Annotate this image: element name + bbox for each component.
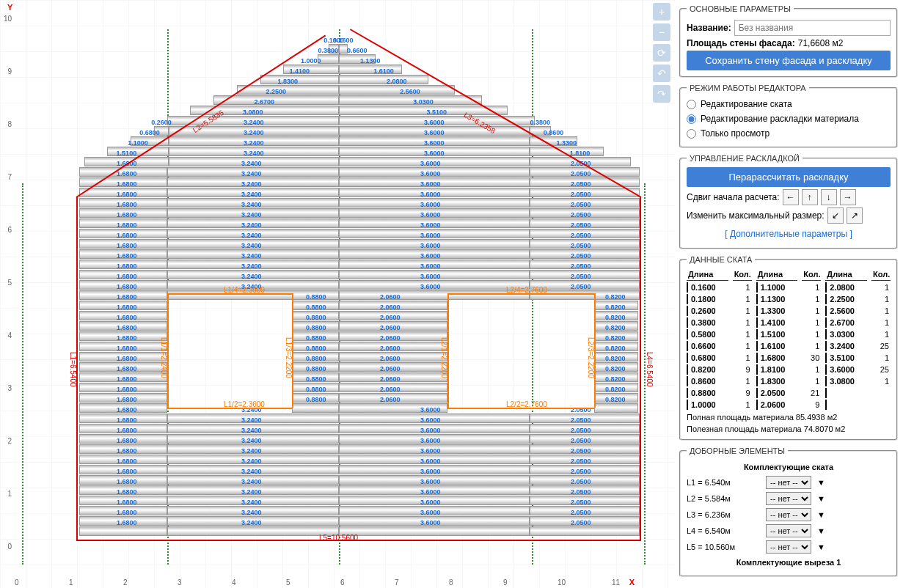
grid-cell: 1.1300 [756,294,798,304]
strip-value: 3.2400 [241,180,262,188]
siding-strip[interactable]: 1.6100 [339,75,428,84]
grid-cell: 25 [871,341,891,351]
shift-up-icon[interactable]: ↑ [802,189,818,205]
size-dec-icon[interactable]: ↙ [827,207,844,224]
grid-cell: 3.2400 [825,341,867,351]
grid-cell: 1 [733,329,752,339]
grid-cell: 0.1600 [687,282,728,293]
acc-dropdown-icon[interactable]: ▼ [817,526,825,535]
grid-cell: 3.5100 [825,353,867,363]
mode-radio[interactable] [687,114,696,124]
zoom-out-icon[interactable]: − [653,23,670,41]
grid-cell: 0.8800 [687,388,728,398]
mode-radio[interactable] [687,129,696,139]
redo-icon[interactable]: ↷ [653,85,670,103]
strip-value: 1.8300 [277,78,298,85]
mode-radio[interactable] [687,100,696,109]
y-tick: 4 [1,331,12,339]
grid-cell: 9 [802,400,821,410]
grid-cell: 0.8600 [687,376,728,386]
siding-strip[interactable]: 1.4100 [260,75,339,84]
acc-select[interactable]: -- нет -- [766,476,811,489]
siding-strip[interactable]: 3.0300 [339,106,508,115]
x-tick: 7 [395,578,399,587]
canvas-area[interactable]: Y X 109876543210 01234567891011 0.18000.… [0,0,675,588]
acc-select[interactable]: -- нет -- [766,524,811,537]
grid-cell: 1 [733,376,752,386]
shift-down-icon[interactable]: ↓ [821,189,837,205]
grid-cell: 1 [802,376,821,386]
grid-cell: 1.3300 [756,306,798,316]
grid-cell: 2.2500 [825,294,867,304]
grid-header: Длина [687,268,728,281]
grid-cell: 0.3800 [687,317,728,328]
y-tick: 0 [1,543,12,551]
acc-length: L3 = 6.236м [687,510,760,519]
strip-value: 1.1300 [360,57,381,65]
acc-sub2: Комплектующие выреза 1 [687,555,891,570]
cut-l13: L1/3=2.2200 [285,337,293,378]
shift-label: Сдвиг начала расчета: [687,192,780,202]
siding-strip[interactable]: 2.0800 [339,85,455,95]
grid-cell: 3.0300 [825,329,867,339]
strip-value: 1.6800 [117,170,137,177]
name-label: Название: [687,23,731,33]
acc-dropdown-icon[interactable]: ▼ [817,494,825,503]
siding-strip[interactable]: 1.8300 [237,85,339,95]
strip-value: 3.6000 [424,150,445,157]
extra-params-link[interactable]: [ Дополнительные параметры ] [687,226,891,242]
siding-strip[interactable]: 2.5600 [339,95,482,105]
size-inc-icon[interactable]: ↗ [847,207,863,224]
zoom-in-icon[interactable]: + [653,3,670,21]
recalc-button[interactable]: Перарассчитать раскладку [687,167,891,187]
acc-dropdown-icon[interactable]: ▼ [817,478,825,487]
cut-l22: L2/2=2.7600 [506,400,547,408]
x-tick: 10 [557,578,566,587]
mode-opt-label: Редактирование раскладки материала [701,114,859,124]
grid-cell: 0.2600 [687,306,728,316]
name-input[interactable] [734,20,891,36]
acc-select[interactable]: -- нет -- [766,540,811,554]
shift-left-icon[interactable]: ← [783,189,799,205]
acc-sub1: Комплектующие ската [687,460,891,474]
area-value: 71,6608 м2 [798,38,844,48]
save-button[interactable]: Сохранить стену фасада и раскладку [687,51,891,70]
grid-cell: 25 [871,364,891,375]
grid-cell [825,400,867,410]
x-tick: 5 [286,578,290,587]
acc-dropdown-icon[interactable]: ▼ [817,543,825,551]
strip-value: 0.3800 [318,47,339,54]
tool-column: + − ⟳ ↶ ↷ [653,3,672,103]
y-tick: 9 [1,67,12,76]
skat-data-fieldset: ДАННЫЕ СКАТА ДлинаКол.ДлинаКол.ДлинаКол.… [679,255,898,441]
grid-cell: 1 [802,341,821,351]
grid-cell: 1 [733,317,752,328]
strip-value: 2.0800 [387,78,407,85]
grid-cell: 0.6600 [687,341,728,351]
maxsize-label: Изменить максимальный размер: [687,210,825,221]
grid-header: Длина [825,268,867,281]
undo-icon[interactable]: ↶ [653,65,670,82]
y-tick: 8 [1,120,12,128]
mode-title: РЕЖИМ РАБОТЫ РЕДАКТОРА [687,84,809,92]
grid-cell: 1 [871,306,891,316]
grid-cell [825,388,867,398]
grid-cell: 0.6800 [687,353,728,363]
acc-select[interactable]: -- нет -- [766,508,811,521]
acc-select[interactable]: -- нет -- [766,492,811,505]
grid-cell: 1.4100 [756,317,798,328]
refresh-icon[interactable]: ⟳ [653,44,670,62]
shift-right-icon[interactable]: → [840,189,856,205]
x-tick: 0 [15,578,19,587]
grid-cell: 1 [802,282,821,293]
cut-l11: L1/1=2.2400 [160,337,168,378]
acc-length: L5 = 10.560м [687,543,760,551]
grid-cell: 1.8300 [756,376,798,386]
acc-length: L1 = 6.540м [687,478,760,487]
strip-value: 3.2400 [244,119,264,126]
grid-cell: 1 [871,282,891,293]
acc-dropdown-icon[interactable]: ▼ [817,510,825,519]
grid-cell: 1 [802,329,821,339]
strip-value: 1.3300 [557,139,577,147]
y-tick: 1 [1,490,12,498]
